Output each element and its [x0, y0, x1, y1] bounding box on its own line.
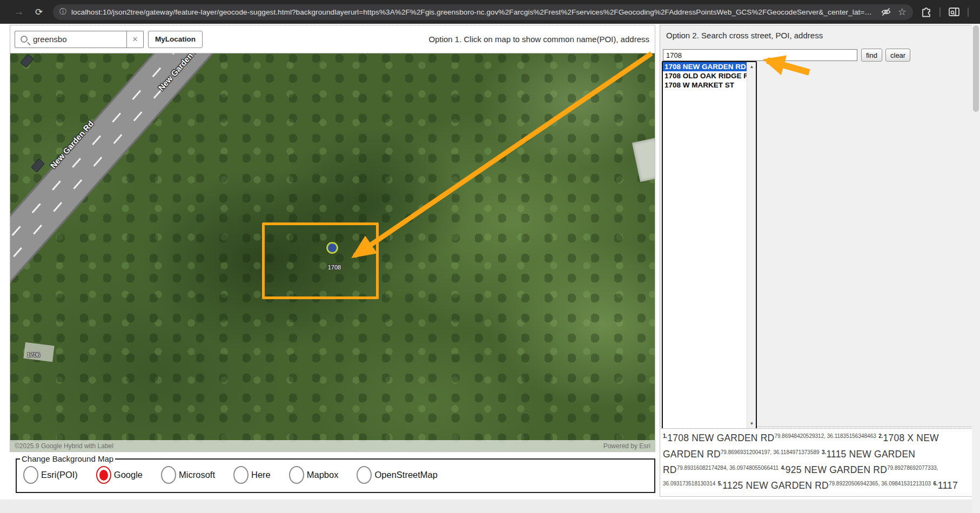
poi-search-input[interactable] — [33, 35, 114, 44]
radio-circle-icon[interactable] — [23, 466, 38, 484]
option2-search-input[interactable] — [663, 49, 857, 61]
option1-instruction: Option 1. Click on map to show common na… — [428, 35, 650, 44]
forward-arrow-icon[interactable]: → — [12, 6, 26, 18]
highlight-rectangle — [262, 222, 379, 299]
radio-esri-poi[interactable]: Esri(POI) — [23, 466, 78, 484]
radio-circle-icon[interactable] — [289, 466, 304, 484]
url-text[interactable]: localhost:10/json2tree/gateway/feature-l… — [71, 8, 874, 16]
search-icon — [21, 36, 28, 43]
scroll-down-icon[interactable]: ▼ — [747, 419, 756, 428]
route-shield-icon — [20, 53, 34, 68]
scrollbar-thumb[interactable] — [973, 25, 979, 112]
attribution-left: ©2025.9 Google Hybrid with Label — [15, 442, 113, 450]
radio-here[interactable]: Here — [233, 466, 271, 484]
mylocation-button[interactable]: MyLocation — [148, 31, 203, 48]
scroll-up-icon[interactable]: ▲ — [747, 62, 756, 71]
bookmark-star-icon[interactable]: ☆ — [898, 6, 907, 18]
find-button[interactable]: find — [861, 49, 882, 62]
search-clear-button[interactable]: × — [127, 31, 144, 48]
poi-search-box[interactable] — [15, 31, 127, 48]
extensions-icon[interactable] — [921, 6, 932, 18]
option2-panel: Option 2. Search cross street, POI, addr… — [660, 25, 972, 427]
map-canvas[interactable]: New Garden Rd New Garden Rd 1708 1706 ©2… — [10, 53, 655, 451]
toolbar-separator — [968, 8, 969, 17]
address-bar[interactable]: ⓘ localhost:10/json2tree/gateway/feature… — [53, 4, 913, 20]
result-entry: 1.1708 NEW GARDEN RD79.86948420529312, 3… — [663, 434, 878, 443]
radio-circle-icon[interactable] — [357, 466, 372, 484]
background-map-legend: Change Background Map — [20, 454, 115, 463]
site-info-icon[interactable]: ⓘ — [59, 7, 66, 17]
road-new-garden — [10, 53, 238, 300]
background-map-options: Esri(POI) Google Microsoft Here Mapbox O… — [17, 463, 654, 484]
radio-microsoft[interactable]: Microsoft — [161, 466, 215, 484]
route-shield-icon — [31, 158, 45, 172]
neighbor-address-label: 1706 — [20, 352, 47, 358]
suggestion-listbox[interactable]: 1708 NEW GARDEN RD 1708 OLD OAK RIDGE RD… — [662, 61, 757, 429]
tracking-protection-icon[interactable] — [881, 6, 891, 17]
browser-toolbar: → ⟳ ⓘ localhost:10/json2tree/gateway/fea… — [0, 0, 980, 24]
radio-circle-icon[interactable] — [161, 466, 176, 484]
radio-circle-icon[interactable] — [233, 466, 249, 484]
attribution-right: Powered by Esri — [603, 442, 650, 450]
suggestion-item[interactable]: 1708 OLD OAK RIDGE RD — [663, 71, 747, 80]
background-map-fieldset: Change Background Map Esri(POI) Google M… — [16, 454, 655, 493]
marker-address-label: 1708 — [317, 264, 352, 271]
radio-google[interactable]: Google — [96, 466, 143, 484]
building-roof — [632, 138, 655, 182]
map-toolbar: × MyLocation Option 1. Click on map to s… — [10, 25, 655, 53]
radio-mapbox[interactable]: Mapbox — [289, 466, 339, 484]
geocode-results: 1.1708 NEW GARDEN RD79.86948420529312, 3… — [660, 428, 972, 497]
page-background-strip — [0, 500, 980, 513]
listbox-scrollbar[interactable]: ▲ ▼ — [747, 62, 756, 428]
result-entry: 5.1125 NEW GARDEN RD79.89220506942365, 3… — [718, 481, 934, 490]
clear-button[interactable]: clear — [885, 49, 910, 62]
radio-circle-icon[interactable] — [96, 466, 111, 484]
geocode-marker — [326, 242, 338, 254]
side-panel-search-icon[interactable] — [948, 6, 960, 17]
toolbar-separator — [939, 8, 941, 17]
suggestion-item[interactable]: 1708 W MARKET ST — [663, 80, 747, 90]
page-scrollbar[interactable] — [972, 24, 980, 513]
suggestion-item[interactable]: 1708 NEW GARDEN RD — [663, 62, 747, 71]
option2-title: Option 2. Search cross street, POI, addr… — [666, 31, 823, 40]
map-panel: × MyLocation Option 1. Click on map to s… — [10, 25, 655, 452]
reload-icon[interactable]: ⟳ — [32, 6, 45, 18]
map-attribution: ©2025.9 Google Hybrid with Label Powered… — [10, 440, 655, 451]
radio-openstreetmap[interactable]: OpenStreetMap — [357, 466, 437, 484]
